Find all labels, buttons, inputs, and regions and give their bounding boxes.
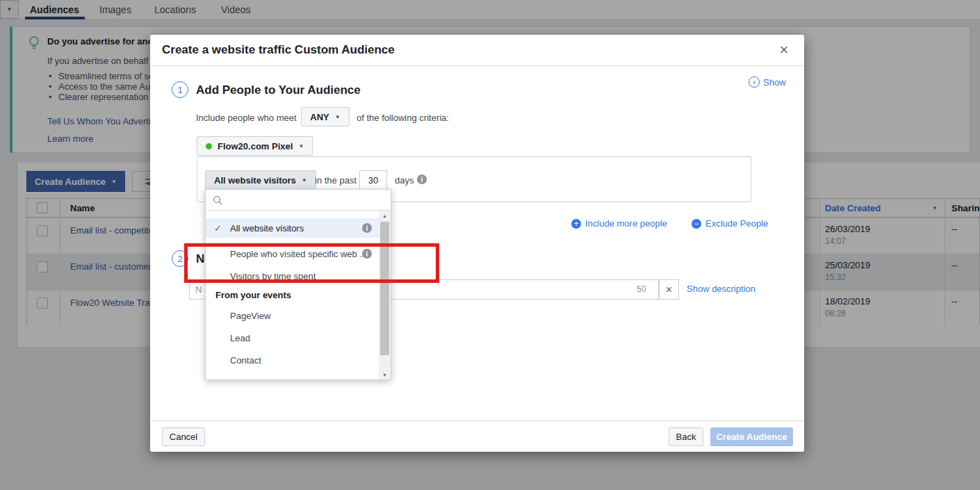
show-description-link[interactable]: Show description	[687, 284, 756, 294]
match-type-dropdown[interactable]: ANY ▼	[301, 107, 350, 126]
modal-title: Create a website traffic Custom Audience	[162, 43, 395, 57]
pixel-source-label: Flow20.com Pixel	[218, 141, 293, 152]
show-label: Show	[763, 77, 786, 88]
include-criteria-suffix: of the following criteria:	[357, 113, 449, 123]
annotation-highlight-box	[184, 243, 439, 283]
plus-circle-icon: +	[571, 219, 581, 229]
info-icon[interactable]: i	[362, 223, 372, 233]
dropdown-option-viewcontent[interactable]: ViewContent	[230, 375, 281, 379]
create-audience-submit-button[interactable]: Create Audience	[710, 427, 793, 446]
scroll-up-icon[interactable]: ▲	[379, 211, 391, 220]
caret-down-icon: ▼	[298, 143, 304, 149]
exclude-label: Exclude People	[705, 218, 768, 229]
option-label: All website visitors	[230, 223, 304, 234]
days-label: days	[395, 175, 414, 186]
pixel-source-dropdown[interactable]: Flow20.com Pixel ▼	[197, 136, 313, 156]
in-the-past-label: in the past	[315, 175, 357, 186]
search-icon	[213, 195, 222, 205]
retention-days-input[interactable]	[359, 170, 387, 190]
screen: ▼ Audiences Images Locations Videos Do y…	[0, 0, 980, 490]
caret-down-icon: ▼	[302, 177, 307, 183]
modal-header: Create a website traffic Custom Audience…	[150, 35, 804, 66]
dropdown-group-header: From your events	[215, 288, 291, 302]
visitor-type-value: All website visitors	[214, 175, 296, 186]
modal-footer: Cancel Back Create Audience	[150, 420, 804, 452]
chevron-left-icon: ‹	[749, 76, 760, 88]
include-criteria-prefix: Include people who meet	[196, 113, 297, 123]
match-type-value: ANY	[310, 112, 329, 122]
minus-circle-icon: −	[692, 219, 701, 229]
close-icon[interactable]: ×	[775, 41, 793, 59]
dropdown-search-row	[206, 190, 391, 211]
dropdown-option-contact[interactable]: Contact	[230, 353, 261, 368]
step-1-badge: 1	[172, 81, 188, 98]
dropdown-option-lead[interactable]: Lead	[230, 331, 250, 346]
dropdown-search-input[interactable]	[227, 192, 379, 209]
cancel-button[interactable]: Cancel	[162, 427, 205, 446]
include-more-people-link[interactable]: + Include more people	[571, 218, 667, 229]
exclude-people-link[interactable]: − Exclude People	[692, 218, 768, 229]
back-button[interactable]: Back	[669, 427, 703, 446]
step-1-title: Add People to Your Audience	[196, 83, 361, 97]
scroll-down-icon[interactable]: ▼	[379, 370, 391, 379]
show-toggle-link[interactable]: ‹ Show	[749, 76, 786, 88]
clear-name-icon[interactable]: ×	[659, 279, 679, 300]
caret-down-icon: ▼	[335, 114, 341, 120]
visitor-type-dropdown[interactable]: All website visitors ▼	[205, 170, 316, 190]
dropdown-option-all-website-visitors[interactable]: ✓ All website visitors i	[206, 218, 379, 238]
scrollbar-thumb[interactable]	[380, 222, 389, 355]
dropdown-scrollbar[interactable]: ▲ ▼	[379, 211, 391, 379]
check-icon: ✓	[214, 223, 222, 234]
dropdown-option-pageview[interactable]: PageView	[230, 309, 270, 324]
info-icon[interactable]: i	[417, 174, 427, 184]
pixel-status-dot	[206, 143, 212, 149]
include-more-label: Include more people	[585, 218, 667, 229]
dropdown-options-list: ✓ All website visitors i People who visi…	[206, 211, 379, 379]
character-counter: 50	[637, 284, 646, 294]
visitor-type-dropdown-panel: ✓ All website visitors i People who visi…	[205, 189, 391, 380]
